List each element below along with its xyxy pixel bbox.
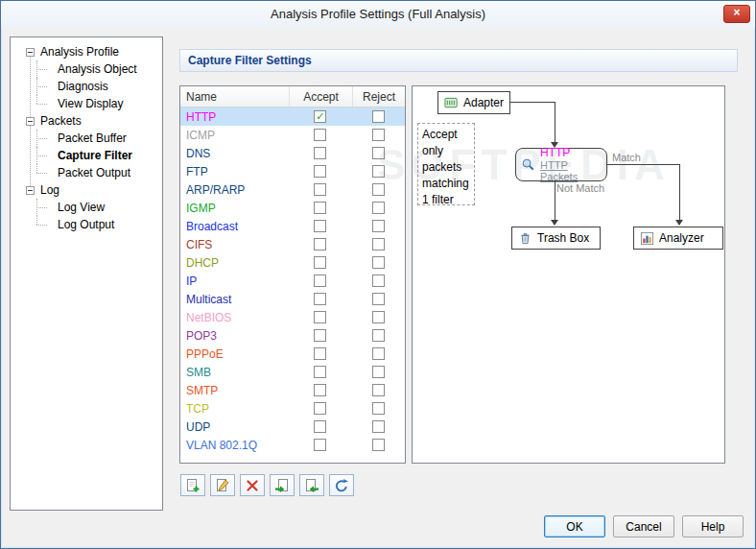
filter-row-cifs[interactable]: CIFS: [180, 235, 405, 253]
reject-checkbox-smb[interactable]: [372, 366, 385, 378]
filter-row-pop3[interactable]: POP3: [180, 326, 405, 345]
tree-item-analysis-object[interactable]: Analysis Object: [11, 60, 162, 78]
reject-checkbox-pop3[interactable]: [372, 329, 385, 342]
reject-checkbox-vlan-802-1q[interactable]: [372, 439, 385, 451]
accept-checkbox-tcp[interactable]: [314, 402, 326, 415]
trash-box-node[interactable]: Trash Box: [511, 227, 601, 250]
reject-checkbox-tcp[interactable]: [372, 402, 385, 415]
filter-row-multicast[interactable]: Multicast: [180, 290, 405, 308]
analyzer-node[interactable]: Analyzer: [633, 227, 723, 250]
edit-filter-button[interactable]: [210, 474, 235, 496]
cancel-button[interactable]: Cancel: [613, 515, 674, 537]
accept-checkbox-cifs[interactable]: [314, 238, 326, 251]
tree-item-view-display[interactable]: View Display: [11, 95, 162, 112]
tree-item-label: Log View: [56, 201, 106, 214]
filter-row-smb[interactable]: SMB: [180, 363, 405, 381]
filter-row-ip[interactable]: IP: [180, 272, 405, 290]
filter-row-arp-rarp[interactable]: ARP/RARP: [180, 180, 405, 199]
accept-checkbox-ftp[interactable]: [314, 165, 326, 178]
accept-checkbox-vlan-802-1q[interactable]: [314, 439, 326, 451]
reject-checkbox-http[interactable]: [372, 110, 385, 123]
filter-node-desc[interactable]: HTTP Packets: [540, 159, 602, 182]
title-bar[interactable]: Analysis Profile Settings (Full Analysis…: [1, 1, 755, 28]
filter-row-icmp[interactable]: ICMP: [180, 126, 405, 144]
accept-cell: [289, 366, 351, 378]
restore-filter-button[interactable]: [329, 474, 354, 496]
reject-checkbox-pppoe[interactable]: [372, 347, 385, 360]
tree-item-packets[interactable]: Packets: [11, 112, 162, 130]
filter-row-netbios[interactable]: NetBIOS: [180, 308, 405, 326]
reject-checkbox-netbios[interactable]: [372, 311, 385, 323]
reject-checkbox-broadcast[interactable]: [372, 220, 385, 232]
help-button[interactable]: Help: [682, 515, 744, 537]
accept-checkbox-ip[interactable]: [314, 274, 326, 287]
collapse-icon[interactable]: [26, 186, 35, 195]
tree-item-capture-filter[interactable]: Capture Filter: [11, 147, 162, 164]
reject-checkbox-ftp[interactable]: [372, 165, 385, 178]
reject-checkbox-arp-rarp[interactable]: [372, 183, 385, 196]
filter-name: Multicast: [180, 293, 289, 306]
reject-checkbox-igmp[interactable]: [372, 202, 385, 214]
ok-button[interactable]: OK: [544, 515, 605, 537]
filter-row-tcp[interactable]: TCP: [180, 399, 405, 418]
tree-item-packet-output[interactable]: Packet Output: [11, 164, 162, 181]
filter-name: UDP: [180, 420, 289, 434]
filter-row-dhcp[interactable]: DHCP: [180, 253, 405, 272]
accept-checkbox-icmp[interactable]: [314, 129, 326, 141]
filter-row-dns[interactable]: DNS: [180, 144, 405, 162]
reject-checkbox-ip[interactable]: [372, 274, 385, 287]
filter-name: IGMP: [180, 202, 289, 215]
delete-filter-button[interactable]: [240, 474, 265, 496]
tree-item-packet-buffer[interactable]: Packet Buffer: [11, 130, 162, 147]
filter-row-ftp[interactable]: FTP: [180, 162, 405, 180]
accept-checkbox-smb[interactable]: [314, 366, 326, 378]
reject-checkbox-dhcp[interactable]: [372, 256, 385, 269]
accept-checkbox-dhcp[interactable]: [314, 256, 326, 269]
column-header-accept[interactable]: Accept: [290, 86, 353, 107]
filter-row-igmp[interactable]: IGMP: [180, 199, 405, 217]
accept-checkbox-udp[interactable]: [314, 420, 326, 433]
reject-cell: [351, 256, 405, 269]
accept-checkbox-smtp[interactable]: [314, 384, 326, 396]
filter-row-vlan-802-1q[interactable]: VLAN 802.1Q: [180, 436, 405, 454]
filter-row-pppoe[interactable]: PPPoE: [180, 345, 405, 363]
column-header-reject[interactable]: Reject: [353, 86, 405, 107]
reject-checkbox-udp[interactable]: [372, 420, 385, 433]
collapse-icon[interactable]: [26, 117, 35, 126]
filter-name: ARP/RARP: [180, 183, 289, 197]
reject-checkbox-smtp[interactable]: [372, 384, 385, 396]
http-filter-node[interactable]: HTTP HTTP Packets: [515, 148, 607, 181]
filter-row-udp[interactable]: UDP: [180, 418, 405, 436]
adapter-node[interactable]: Adapter: [437, 91, 510, 114]
tree-item-log-view[interactable]: Log View: [11, 199, 162, 216]
add-filter-button[interactable]: [180, 474, 205, 496]
tree-item-analysis-profile[interactable]: Analysis Profile: [11, 43, 162, 60]
reject-checkbox-cifs[interactable]: [372, 238, 385, 251]
accept-cell: [289, 129, 351, 141]
accept-checkbox-multicast[interactable]: [314, 293, 326, 305]
reject-checkbox-multicast[interactable]: [372, 293, 385, 305]
accept-checkbox-pop3[interactable]: [314, 329, 326, 342]
accept-checkbox-broadcast[interactable]: [314, 220, 326, 232]
tree-item-log[interactable]: Log: [11, 181, 162, 199]
export-filter-button[interactable]: [299, 474, 324, 496]
tree-item-log-output[interactable]: Log Output: [11, 216, 162, 233]
accept-checkbox-netbios[interactable]: [314, 311, 326, 323]
reject-checkbox-dns[interactable]: [372, 147, 385, 159]
column-header-name[interactable]: Name: [180, 86, 290, 107]
collapse-icon[interactable]: [26, 48, 35, 57]
filter-row-http[interactable]: HTTP✓: [180, 107, 405, 126]
accept-checkbox-dns[interactable]: [314, 147, 326, 159]
tree-item-diagnosis[interactable]: Diagnosis: [11, 78, 162, 95]
accept-checkbox-arp-rarp[interactable]: [314, 183, 326, 196]
accept-checkbox-igmp[interactable]: [314, 202, 326, 214]
restore-icon: [334, 478, 349, 493]
filter-row-smtp[interactable]: SMTP: [180, 381, 405, 399]
accept-checkbox-http[interactable]: ✓: [314, 110, 326, 123]
close-button[interactable]: ×: [723, 5, 750, 23]
trash-icon: [518, 231, 532, 246]
filter-row-broadcast[interactable]: Broadcast: [180, 217, 405, 235]
reject-checkbox-icmp[interactable]: [372, 129, 385, 141]
import-filter-button[interactable]: [270, 474, 295, 496]
accept-checkbox-pppoe[interactable]: [314, 347, 326, 360]
